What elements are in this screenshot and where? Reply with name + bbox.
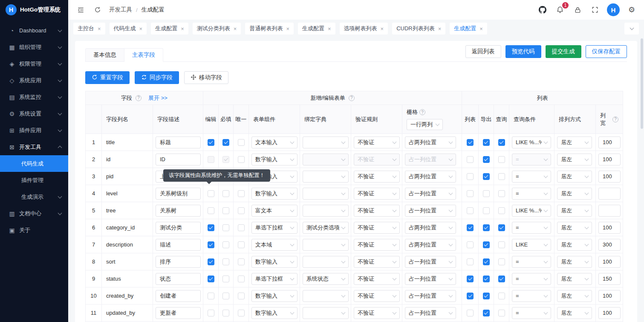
dict-select[interactable] xyxy=(303,239,349,251)
back-to-list-button[interactable]: 返回列表 xyxy=(465,45,501,58)
validation-select[interactable]: 不验证 xyxy=(354,273,400,285)
edit-checkbox[interactable] xyxy=(208,241,214,248)
field-desc-input[interactable] xyxy=(156,256,201,268)
tab-chip[interactable]: 生成配置× xyxy=(450,23,487,35)
query-cond-select[interactable]: = xyxy=(512,256,551,268)
sidebar-item-about[interactable]: ▣关于 xyxy=(0,222,68,238)
query-cond-select[interactable]: LIKE %...% xyxy=(512,136,551,148)
required-checkbox[interactable] xyxy=(222,241,229,248)
unique-checkbox[interactable] xyxy=(238,276,245,282)
unique-checkbox[interactable] xyxy=(238,310,245,316)
component-select[interactable]: 单选下拉框 xyxy=(251,222,297,234)
export-checkbox[interactable] xyxy=(483,258,490,265)
query-checkbox[interactable] xyxy=(498,293,505,299)
list-checkbox[interactable] xyxy=(467,276,474,282)
reset-fields-button[interactable]: 重置字段 xyxy=(85,71,130,84)
width-input[interactable] xyxy=(598,171,621,183)
sidebar-item-docs[interactable]: ▥文档中心 xyxy=(0,205,68,222)
query-cond-select[interactable]: = xyxy=(512,290,551,302)
sidebar-item-system-app[interactable]: ◇系统应用 xyxy=(0,72,68,89)
required-checkbox[interactable] xyxy=(222,207,229,214)
move-fields-button[interactable]: 移动字段 xyxy=(184,71,228,84)
required-checkbox[interactable] xyxy=(222,310,229,316)
sync-fields-button[interactable]: 同步字段 xyxy=(135,71,179,84)
grid-select[interactable]: 占一列位置 xyxy=(405,290,456,302)
edit-checkbox[interactable] xyxy=(208,224,214,231)
grid-select[interactable]: 占两列位置 xyxy=(405,171,456,183)
list-checkbox[interactable] xyxy=(467,224,474,231)
dict-select[interactable] xyxy=(303,171,349,183)
field-desc-input[interactable] xyxy=(156,273,201,285)
validation-select[interactable]: 不验证 xyxy=(354,136,400,148)
grid-select[interactable]: 占一列位置 xyxy=(405,256,456,268)
tab-chip[interactable]: 代码生成× xyxy=(110,23,147,35)
width-input[interactable] xyxy=(598,239,621,251)
export-checkbox[interactable] xyxy=(483,310,490,316)
required-checkbox[interactable] xyxy=(222,276,229,282)
sidebar-item-org[interactable]: ▦组织管理 xyxy=(0,39,68,55)
dict-select[interactable]: 系统状态 xyxy=(303,273,349,285)
width-input[interactable] xyxy=(598,290,621,302)
close-icon[interactable]: × xyxy=(139,26,143,32)
close-icon[interactable]: × xyxy=(479,26,483,32)
tab-chip[interactable]: 选项树表列表× xyxy=(340,23,388,35)
edit-checkbox[interactable] xyxy=(208,207,214,214)
query-checkbox[interactable] xyxy=(498,258,505,265)
query-checkbox[interactable] xyxy=(498,310,505,316)
avatar[interactable]: H xyxy=(607,3,620,16)
help-icon[interactable]: ? xyxy=(612,116,618,122)
required-checkbox[interactable] xyxy=(222,293,229,299)
edit-checkbox[interactable] xyxy=(208,293,214,299)
close-icon[interactable]: × xyxy=(234,26,237,32)
grid-select[interactable]: 占两列位置 xyxy=(405,239,456,251)
query-cond-select[interactable]: = xyxy=(512,188,551,200)
preview-code-button[interactable]: 预览代码 xyxy=(505,45,541,58)
close-icon[interactable]: × xyxy=(328,26,331,32)
query-checkbox[interactable] xyxy=(498,156,505,163)
component-select[interactable]: 富文本 xyxy=(251,205,297,217)
list-checkbox[interactable] xyxy=(467,139,474,146)
unique-checkbox[interactable] xyxy=(238,258,245,265)
breadcrumb-item-current[interactable]: 生成配置 xyxy=(142,6,165,14)
grid-select[interactable]: 占两列位置 xyxy=(405,222,456,234)
width-input[interactable] xyxy=(598,188,621,200)
close-icon[interactable]: × xyxy=(286,26,289,32)
query-cond-select[interactable]: LIKE %...% xyxy=(512,205,551,217)
unique-checkbox[interactable] xyxy=(238,190,245,197)
close-icon[interactable]: × xyxy=(181,26,184,32)
sidebar-collapse-icon[interactable] xyxy=(75,4,86,15)
dict-select[interactable] xyxy=(303,136,349,148)
save-config-only-button[interactable]: 仅保存配置 xyxy=(586,45,627,58)
breadcrumb-item-devtools[interactable]: 开发工具 xyxy=(109,6,132,14)
dict-select[interactable] xyxy=(303,256,349,268)
export-checkbox[interactable] xyxy=(483,293,490,299)
validation-select[interactable]: 不验证 xyxy=(354,290,400,302)
help-icon[interactable]: ? xyxy=(349,95,355,101)
field-desc-input[interactable] xyxy=(156,188,201,200)
align-select[interactable]: 居左 xyxy=(557,273,592,285)
sidebar-item-devtools[interactable]: ⊠开发工具 xyxy=(0,139,68,155)
tab-chip[interactable]: 测试分类列表× xyxy=(193,23,241,35)
unique-checkbox[interactable] xyxy=(238,207,245,214)
query-cond-select[interactable]: = xyxy=(512,273,551,285)
export-checkbox[interactable] xyxy=(483,241,490,248)
field-desc-input[interactable] xyxy=(156,290,201,302)
export-checkbox[interactable] xyxy=(483,156,490,163)
edit-checkbox[interactable] xyxy=(208,258,214,265)
validation-select[interactable]: 不验证 xyxy=(354,205,400,217)
component-select[interactable]: 数字输入 xyxy=(251,290,297,302)
query-cond-select[interactable]: = xyxy=(512,307,551,319)
validation-select[interactable]: 不验证 xyxy=(354,222,400,234)
width-input[interactable] xyxy=(598,222,621,234)
query-checkbox[interactable] xyxy=(498,276,505,282)
unique-checkbox[interactable] xyxy=(238,139,245,146)
required-checkbox[interactable] xyxy=(222,258,229,265)
edit-checkbox[interactable] xyxy=(208,276,214,282)
required-checkbox[interactable] xyxy=(222,139,229,146)
help-icon[interactable]: ? xyxy=(136,95,142,101)
notification-bell-icon[interactable]: 1 xyxy=(554,4,566,15)
close-icon[interactable]: × xyxy=(98,26,101,32)
field-desc-input[interactable] xyxy=(156,205,201,217)
field-desc-input[interactable] xyxy=(156,307,201,319)
align-select[interactable]: 居左 xyxy=(557,188,592,200)
